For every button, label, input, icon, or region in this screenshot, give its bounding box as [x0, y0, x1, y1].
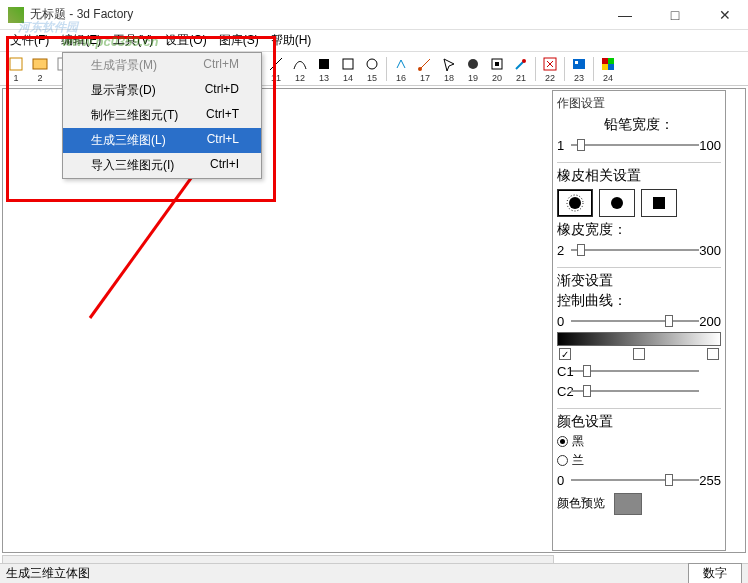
panel-title: 作图设置 — [557, 95, 721, 112]
grad-chk-1[interactable] — [559, 348, 571, 360]
color-preview-label: 颜色预览 — [557, 496, 605, 510]
tool-19[interactable]: 19 — [461, 54, 485, 83]
eraser-title: 橡皮相关设置 — [557, 167, 721, 185]
status-num: 数字 — [688, 563, 742, 583]
svg-rect-17 — [602, 58, 608, 64]
pencil-width-label: 铅笔宽度： — [557, 116, 721, 134]
svg-rect-15 — [573, 59, 585, 69]
eraser-shape-3[interactable] — [641, 189, 677, 217]
tool-24[interactable]: 24 — [596, 54, 620, 83]
tool-20[interactable]: 20 — [485, 54, 509, 83]
color-preview-swatch — [614, 493, 642, 515]
menu-gen-bg[interactable]: 生成背景(M)Ctrl+M — [63, 53, 261, 78]
menu-library[interactable]: 图库(S) — [213, 30, 265, 51]
svg-rect-7 — [319, 59, 329, 69]
tool-2[interactable]: 2 — [28, 54, 52, 83]
svg-point-25 — [611, 197, 623, 209]
color-slider[interactable]: 0 255 — [557, 471, 721, 489]
tool-22[interactable]: 22 — [538, 54, 562, 83]
menu-file[interactable]: 文件(F) — [4, 30, 55, 51]
eraser-width-label: 橡皮宽度： — [557, 221, 721, 239]
status-text: 生成三维立体图 — [6, 565, 90, 582]
tool-15[interactable]: 15 — [360, 54, 384, 83]
curve-label: 控制曲线： — [557, 292, 721, 310]
minimize-button[interactable]: — — [610, 7, 640, 23]
tool-13[interactable]: 13 — [312, 54, 336, 83]
curve-slider[interactable]: 0 200 — [557, 312, 721, 330]
tool-12[interactable]: 12 — [288, 54, 312, 83]
eraser-width-slider[interactable]: 2 300 — [557, 241, 721, 259]
color-title: 颜色设置 — [557, 413, 721, 431]
svg-rect-19 — [602, 64, 608, 70]
eraser-shape-2[interactable] — [599, 189, 635, 217]
tool-1[interactable]: 1 — [4, 54, 28, 83]
svg-rect-1 — [33, 59, 47, 69]
menu-help[interactable]: 帮助(H) — [265, 30, 318, 51]
menu-gen-3d[interactable]: 生成三维图(L)Ctrl+L — [63, 128, 261, 153]
svg-point-13 — [522, 59, 526, 63]
tool-17[interactable]: 17 — [413, 54, 437, 83]
svg-rect-8 — [343, 59, 353, 69]
menubar: 文件(F) 编辑(E) 工具(V) 设置(O) 图库(S) 帮助(H) — [0, 30, 748, 52]
svg-point-9 — [367, 59, 377, 69]
gradient-preview — [557, 332, 721, 346]
c1-slider[interactable]: C1 — [557, 362, 721, 380]
color-blue[interactable]: 兰 — [557, 452, 721, 469]
tool-23[interactable]: 23 — [567, 54, 591, 83]
menu-show-bg[interactable]: 显示背景(D)Ctrl+D — [63, 78, 261, 103]
settings-panel: 作图设置 铅笔宽度： 1 100 橡皮相关设置 橡皮宽度： 2 300 渐变设置… — [552, 90, 726, 551]
grad-chk-2[interactable] — [633, 348, 645, 360]
svg-rect-26 — [653, 197, 665, 209]
close-button[interactable]: ✕ — [710, 7, 740, 23]
svg-rect-20 — [608, 64, 614, 70]
tool-16[interactable]: 16 — [389, 54, 413, 83]
svg-point-23 — [569, 197, 581, 209]
grad-chk-3[interactable] — [707, 348, 719, 360]
tools-dropdown: 生成背景(M)Ctrl+M 显示背景(D)Ctrl+D 制作三维图元(T)Ctr… — [62, 52, 262, 179]
eraser-shape-1[interactable] — [557, 189, 593, 217]
menu-edit[interactable]: 编辑(E) — [55, 30, 107, 51]
svg-rect-0 — [10, 58, 22, 70]
tool-18[interactable]: 18 — [437, 54, 461, 83]
svg-point-11 — [468, 59, 478, 69]
menu-make-3d-elem[interactable]: 制作三维图元(T)Ctrl+T — [63, 103, 261, 128]
c2-slider[interactable]: C2 — [557, 382, 721, 400]
menu-tools[interactable]: 工具(V) — [107, 30, 159, 51]
pencil-width-slider[interactable]: 1 100 — [557, 136, 721, 154]
gradient-title: 渐变设置 — [557, 272, 721, 290]
tool-14[interactable]: 14 — [336, 54, 360, 83]
maximize-button[interactable]: □ — [660, 7, 690, 23]
tool-21[interactable]: 21 — [509, 54, 533, 83]
menu-settings[interactable]: 设置(O) — [159, 30, 212, 51]
svg-rect-18 — [608, 58, 614, 64]
menu-import-3d[interactable]: 导入三维图元(I)Ctrl+I — [63, 153, 261, 178]
svg-rect-16 — [575, 61, 578, 64]
app-icon — [8, 7, 24, 23]
tool-11[interactable]: 11 — [264, 54, 288, 83]
color-black[interactable]: 黑 — [557, 433, 721, 450]
window-title: 无标题 - 3d Factory — [30, 6, 610, 23]
svg-point-10 — [418, 67, 422, 71]
